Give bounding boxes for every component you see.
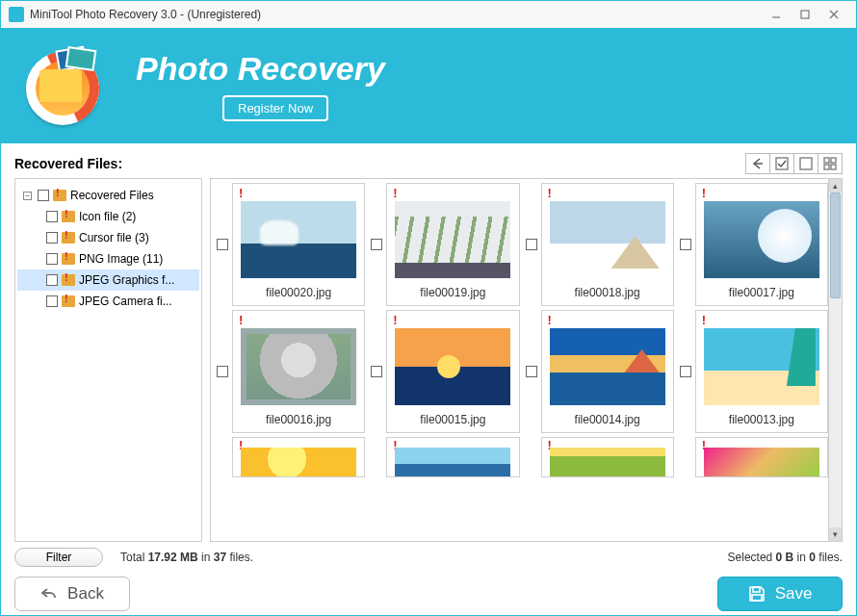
save-button[interactable]: Save — [717, 577, 843, 611]
scroll-up-button[interactable]: ▴ — [829, 179, 842, 192]
tree-root[interactable]: −Recovered Files — [17, 185, 199, 206]
thumbnail-image — [704, 328, 819, 405]
thumbnail-cell: ! — [217, 437, 365, 477]
header-banner: Photo Recovery Register Now — [1, 28, 856, 143]
thumbnail-image — [395, 328, 510, 405]
checkbox[interactable] — [680, 239, 691, 250]
maximize-button[interactable] — [791, 5, 819, 24]
thumbnail-card[interactable]: !file00013.jpg — [695, 310, 828, 433]
tree-item[interactable]: JPEG Camera fi... — [17, 291, 199, 312]
tree-item-label: PNG Image (11) — [79, 252, 163, 266]
checkbox[interactable] — [371, 366, 382, 377]
close-button[interactable] — [819, 5, 848, 24]
warning-icon: ! — [239, 186, 243, 195]
list-view-button[interactable] — [818, 153, 843, 174]
titlebar: MiniTool Photo Recovery 3.0 - (Unregiste… — [1, 1, 856, 28]
thumbnail-image — [704, 201, 819, 278]
thumbnail-image — [550, 328, 665, 405]
checkbox[interactable] — [38, 190, 49, 201]
thumbnail-card[interactable]: !file00019.jpg — [386, 183, 519, 306]
warning-icon: ! — [548, 313, 552, 322]
window-buttons — [762, 5, 848, 24]
thumbnail-card[interactable]: !file00020.jpg — [232, 183, 365, 306]
scroll-down-button[interactable]: ▾ — [829, 527, 842, 541]
warning-icon: ! — [393, 186, 397, 195]
scroll-thumb[interactable] — [830, 192, 841, 298]
warning-icon: ! — [548, 438, 552, 448]
register-button[interactable]: Register Now — [222, 95, 328, 121]
thumbnail-card[interactable]: ! — [232, 437, 365, 477]
thumbnail-image — [241, 448, 356, 476]
tree-item-label: JPEG Camera fi... — [79, 295, 172, 308]
window-title: MiniTool Photo Recovery 3.0 - (Unregiste… — [30, 8, 261, 21]
warning-icon: ! — [393, 313, 397, 322]
folder-icon — [53, 190, 66, 201]
svg-rect-11 — [753, 587, 760, 592]
checkbox[interactable] — [371, 239, 382, 250]
folder-icon — [62, 211, 75, 222]
warning-icon: ! — [702, 438, 706, 448]
vertical-scrollbar[interactable]: ▴ ▾ — [829, 178, 843, 542]
thumbnail-cell: !file00019.jpg — [371, 183, 519, 306]
svg-rect-9 — [824, 165, 829, 169]
thumbnail-card[interactable]: !file00016.jpg — [232, 310, 365, 433]
file-name: file00019.jpg — [420, 284, 485, 301]
tree-item[interactable]: Cursor file (3) — [17, 227, 199, 248]
tree-item[interactable]: PNG Image (11) — [17, 248, 199, 270]
svg-rect-7 — [824, 158, 829, 163]
deselect-all-button[interactable] — [793, 153, 818, 174]
checkbox[interactable] — [680, 366, 691, 377]
warning-icon: ! — [548, 186, 552, 195]
tree-item[interactable]: JPEG Graphics f... — [17, 270, 199, 291]
thumbnail-cell: !file00016.jpg — [217, 310, 365, 433]
svg-rect-8 — [831, 158, 836, 163]
svg-rect-6 — [800, 158, 812, 169]
thumbnail-cell: !file00017.jpg — [680, 183, 828, 306]
file-name: file00015.jpg — [420, 411, 485, 428]
thumbnail-card[interactable]: !file00017.jpg — [695, 183, 828, 306]
thumbnail-card[interactable]: ! — [541, 437, 674, 477]
file-name: file00017.jpg — [729, 284, 794, 301]
file-name: file00013.jpg — [729, 411, 794, 428]
back-arrow-button[interactable] — [745, 153, 770, 174]
thumbnail-image — [395, 201, 510, 278]
app-title: Photo Recovery — [136, 50, 385, 88]
folder-icon — [62, 253, 75, 265]
svg-rect-12 — [752, 595, 762, 601]
checkbox[interactable] — [217, 366, 228, 377]
folder-icon — [62, 232, 75, 244]
thumbnail-card[interactable]: !file00014.jpg — [541, 310, 674, 433]
app-icon — [9, 7, 24, 22]
thumbnail-card[interactable]: !file00018.jpg — [541, 183, 674, 306]
total-status: Total 17.92 MB in 37 files. — [120, 551, 253, 564]
checkbox[interactable] — [46, 232, 58, 244]
thumbnail-image — [704, 448, 819, 476]
footer: Filter Total 17.92 MB in 37 files. Selec… — [1, 542, 856, 615]
checkbox[interactable] — [46, 295, 58, 307]
back-button[interactable]: Back — [14, 577, 130, 611]
checkbox[interactable] — [526, 366, 537, 377]
svg-rect-5 — [776, 158, 788, 169]
collapse-icon[interactable]: − — [23, 192, 32, 200]
thumbnail-card[interactable]: ! — [695, 437, 828, 477]
minimize-button[interactable] — [762, 5, 791, 24]
checkbox[interactable] — [46, 253, 58, 265]
folder-icon — [62, 274, 75, 286]
warning-icon: ! — [702, 313, 706, 322]
tree-item[interactable]: Icon file (2) — [17, 206, 199, 227]
thumbnail-card[interactable]: !file00015.jpg — [386, 310, 519, 433]
checkbox[interactable] — [526, 239, 537, 250]
checkbox[interactable] — [46, 211, 58, 222]
filter-button[interactable]: Filter — [14, 548, 103, 567]
thumbnail-cell: !file00015.jpg — [371, 310, 519, 433]
select-all-button[interactable] — [769, 153, 794, 174]
checkbox[interactable] — [217, 239, 228, 250]
thumbnail-card[interactable]: ! — [386, 437, 519, 477]
file-tree[interactable]: −Recovered FilesIcon file (2)Cursor file… — [14, 178, 202, 542]
warning-icon: ! — [239, 438, 243, 448]
thumbnail-grid[interactable]: !file00020.jpg!file00019.jpg!file00018.j… — [210, 178, 829, 542]
tree-item-label: Cursor file (3) — [79, 231, 149, 244]
thumbnail-image — [550, 448, 665, 476]
thumbnail-cell: !file00013.jpg — [680, 310, 828, 433]
checkbox[interactable] — [46, 274, 58, 286]
